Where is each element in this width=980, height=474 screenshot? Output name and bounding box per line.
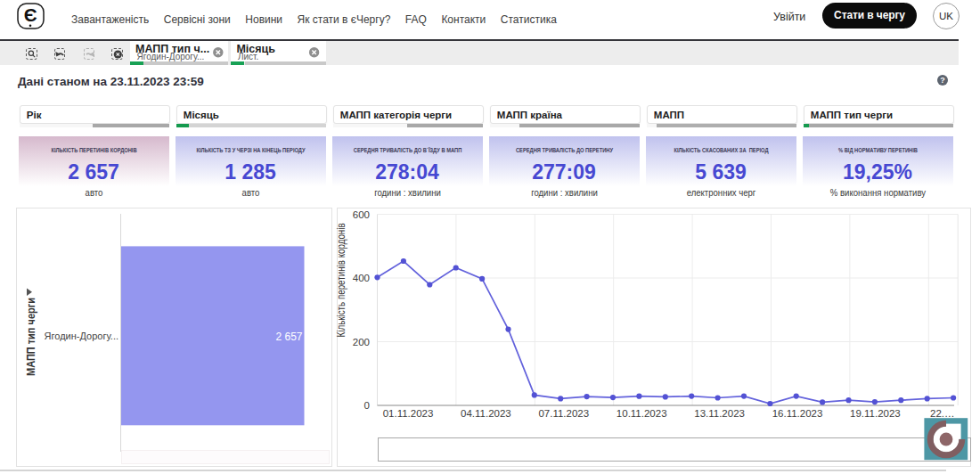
svg-text:2 657: 2 657 — [275, 331, 302, 343]
svg-text:01.11.2023: 01.11.2023 — [383, 408, 434, 419]
svg-text:МАПП тип черги: МАПП тип черги — [25, 298, 37, 376]
svg-text:13.11.2023: 13.11.2023 — [694, 408, 745, 419]
svg-text:0: 0 — [364, 400, 370, 411]
svg-text:04.11.2023: 04.11.2023 — [461, 408, 511, 419]
svg-text:10.11.2023: 10.11.2023 — [617, 408, 667, 419]
svg-text:Кількість перетинів кордонів: Кількість перетинів кордонів — [335, 223, 347, 337]
svg-text:600: 600 — [353, 209, 370, 220]
svg-text:Ягодин-Дорогу...: Ягодин-Дорогу... — [45, 331, 118, 341]
svg-text:19.11.2023: 19.11.2023 — [850, 408, 901, 419]
svg-text:22.…: 22.… — [930, 408, 955, 419]
svg-text:200: 200 — [353, 337, 370, 347]
svg-text:07.11.2023: 07.11.2023 — [538, 408, 589, 419]
svg-text:400: 400 — [353, 273, 370, 283]
svg-text:16.11.2023: 16.11.2023 — [772, 408, 823, 419]
